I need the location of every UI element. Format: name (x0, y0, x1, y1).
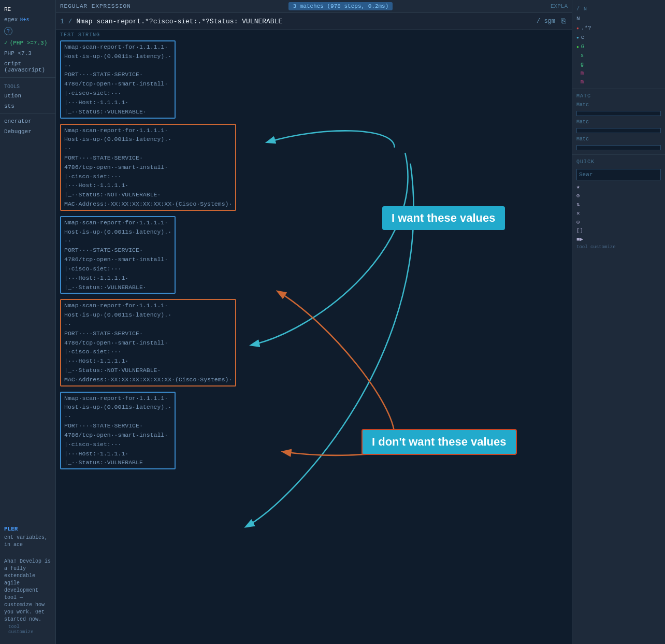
sampler-title: PLER (4, 526, 51, 532)
left-sidebar: RE egex ⌘+s ? ✓ (PHP >=7.3) PHP <7.3 cri… (0, 0, 56, 644)
explain-label: EXPLA (551, 3, 568, 9)
sidebar-regex-label: egex (4, 17, 18, 23)
text-line: |···Host:·1.1.1.1· (63, 449, 172, 459)
rs-bullet: ● (576, 26, 579, 31)
text-line: ·· (63, 412, 172, 421)
text-line: 4786/tcp·open··smart-install· (63, 79, 172, 89)
rs-bullet-teal: ● (576, 35, 579, 40)
sidebar-item-regex[interactable]: egex ⌘+s (0, 15, 55, 25)
text-block-4: Nmap·scan·report·for·1.1.1.1· Host·is·up… (60, 299, 568, 387)
php-lt73-label: PHP <7.3 (4, 50, 32, 56)
rs-tree-item-g2[interactable]: g (572, 60, 665, 69)
sidebar-divider-1 (0, 77, 55, 78)
text-line: |···Host:·1.1.1.1· (63, 356, 233, 366)
text-line: PORT····STATE·SERVICE· (63, 329, 233, 338)
rs-match-box-3 (576, 145, 661, 150)
help-icon[interactable]: ? (4, 27, 12, 35)
rs-quick-x[interactable]: ✕ (572, 209, 665, 218)
rs-bullet-green: ● (576, 45, 579, 49)
sidebar-shortcut: ⌘+s (20, 17, 29, 23)
sidebar-item-ution[interactable]: ution (0, 91, 55, 101)
debugger-label: Debugger (4, 128, 32, 135)
tool-customize-label: tool customize (4, 623, 51, 636)
sidebar-item-php73[interactable]: ✓ (PHP >=7.3) (0, 37, 55, 48)
rs-quick-star-icon: ★ (576, 183, 580, 190)
rs-tree-item-c[interactable]: ● c (572, 33, 665, 42)
rs-tree-item-m2[interactable]: m (572, 78, 665, 87)
rs-tree-item-star[interactable]: ● .*? (572, 23, 665, 33)
rs-m2-label: m (581, 79, 584, 85)
regex-bar: 1 / / sgm ⎘ (56, 13, 572, 30)
rs-quick-play[interactable]: ■▶ (572, 235, 665, 244)
main-content: REGULAR EXPRESSION 3 matches (978 steps,… (56, 0, 572, 644)
test-area[interactable]: TEST STRING Nmap·scan·report·for·1.1.1.1… (56, 30, 572, 644)
text-line: PORT····STATE·SERVICE· (63, 246, 172, 255)
sidebar-bottom: PLER ent variables, in ace Aha! Develop … (0, 522, 55, 640)
rs-quick-x-icon: ✕ (576, 210, 580, 217)
rs-tree-item-g[interactable]: ● G (572, 42, 665, 51)
rs-quick-title: QUICK (572, 157, 665, 167)
rs-divider-2 (572, 154, 665, 155)
callout-want: I want these values (382, 206, 505, 230)
text-line: |_··Status:·NOT·VULNERABLE· (63, 190, 233, 199)
test-content[interactable]: Nmap·scan·report·for·1.1.1.1· Host·is·up… (56, 30, 572, 644)
text-line: 4786/tcp·open··smart-install· (63, 338, 233, 348)
sidebar-re-label: RE (4, 6, 11, 12)
text-line: |·cisco-siet:··· (63, 172, 233, 181)
rs-quick-star[interactable]: ★ (572, 182, 665, 191)
sidebar-item-debugger[interactable]: Debugger (0, 126, 55, 137)
text-line: Host·is·up·(0.0011s·latency).· (63, 135, 233, 144)
rs-quick-play-icon: ■▶ (576, 236, 583, 242)
sidebar-item-generator[interactable]: enerator (0, 116, 55, 126)
rs-match-label-1: Matc (572, 101, 665, 109)
topbar-title: REGULAR EXPRESSION (60, 3, 131, 9)
sidebar-item-php-lt73[interactable]: PHP <7.3 (0, 48, 55, 59)
spacer (60, 120, 568, 124)
text-line: |_··Status:·NOT·VULNERABLE· (63, 366, 233, 375)
sidebar-item-re[interactable]: RE (0, 4, 55, 15)
ution-label: ution (4, 93, 21, 99)
rs-match-box-2 (576, 128, 661, 133)
text-line: ·· (63, 236, 172, 246)
regex-copy-button[interactable]: ⎘ (559, 16, 568, 26)
regex-input[interactable] (76, 18, 530, 25)
text-line: PORT····STATE·SERVICE· (63, 153, 233, 163)
text-line: ·· (63, 144, 233, 153)
sampler-subtitle: ent variables, in ace (4, 534, 51, 549)
rs-tree-item-m[interactable]: m (572, 69, 665, 78)
rs-g-label: G (581, 44, 585, 50)
text-line: 4786/tcp·open··smart-install· (63, 255, 172, 264)
rs-title: / N (572, 4, 665, 14)
test-string-label: TEST STRING (60, 32, 100, 38)
sampler-description: Aha! Develop is a fully extendable agile… (4, 558, 51, 623)
rs-tree-item-n[interactable]: N (572, 14, 665, 23)
rs-c-label: c (581, 34, 585, 40)
rs-quick-arrows[interactable]: ⇅ (572, 200, 665, 209)
sidebar-item-js[interactable]: cript (JavaScript) (0, 59, 55, 75)
rs-match-box-1 (576, 111, 661, 116)
rs-m-label: m (581, 70, 584, 76)
sidebar-item-sts[interactable]: sts (0, 101, 55, 111)
rs-search-box[interactable]: Sear (576, 169, 661, 180)
topbar: REGULAR EXPRESSION 3 matches (978 steps,… (56, 0, 572, 13)
rs-match-label-3: Matc (572, 135, 665, 143)
rs-star-label: .*? (581, 25, 591, 31)
rs-quick-brackets[interactable]: [] (572, 226, 665, 235)
rs-quick-arrows-icon: ⇅ (576, 201, 580, 208)
rs-quick-circle[interactable]: ⊙ (572, 191, 665, 200)
text-line: Nmap·scan·report·for·1.1.1.1· (63, 301, 233, 310)
text-line: PORT····STATE·SERVICE· (63, 70, 172, 79)
regex-prefix: 1 / (60, 18, 72, 25)
rs-tree-item-s[interactable]: s (572, 51, 665, 60)
callout-dontwant-text: I don't want these values (372, 435, 507, 448)
text-line: Nmap·scan·report·for·1.1.1.1· (63, 394, 172, 403)
text-line: |·cisco-siet:··· (63, 440, 172, 449)
rs-quick-circle2[interactable]: ⊙ (572, 218, 665, 226)
text-line: Nmap·scan·report·for·1.1.1.1· (63, 218, 172, 227)
text-line: 4786/tcp·open··smart-install· (63, 163, 233, 172)
rs-quick-circle-icon: ⊙ (576, 192, 580, 199)
callout-want-text: I want these values (392, 211, 496, 224)
text-line: |·cisco-siet:··· (63, 264, 172, 274)
text-line: |·cisco-siet:··· (63, 89, 172, 98)
match-badge: 3 matches (978 steps, 0.2ms) (288, 2, 393, 10)
